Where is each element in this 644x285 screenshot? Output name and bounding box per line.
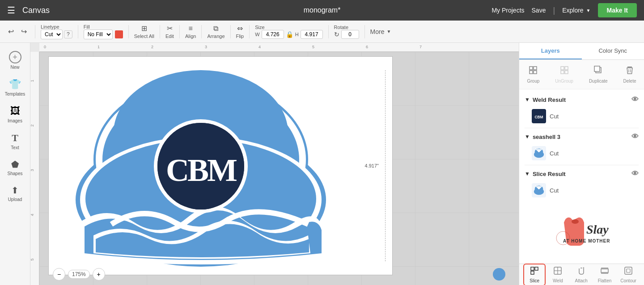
ruler-tick-5: 5 (312, 45, 314, 49)
flatten-tool[interactable]: Flatten (593, 264, 616, 285)
save-link[interactable]: Save (532, 7, 546, 14)
my-projects-link[interactable]: My Projects (491, 7, 524, 14)
ruler-vertical: 1 2 3 4 5 (30, 52, 39, 285)
layer-group-weld-result: ▼ Weld Result 👁 CBM Cut (519, 93, 644, 126)
linetype-select[interactable]: Cut (41, 29, 63, 39)
select-all-button[interactable]: ⊞ Select All (134, 24, 154, 39)
weld-result-name: Weld Result (533, 96, 631, 103)
layer-group-seashell3: ▼ seashell 3 👁 (519, 130, 644, 163)
fill-select[interactable]: No Fill (84, 29, 113, 39)
linetype-help-button[interactable]: ? (64, 30, 72, 38)
duplicate-icon (593, 65, 603, 77)
linetype-label: Linetype (41, 24, 72, 29)
hamburger-menu-icon[interactable]: ☰ (7, 5, 15, 16)
explore-button[interactable]: Explore ▼ (562, 7, 590, 14)
zoom-in-button[interactable]: + (93, 268, 105, 281)
sidebar-item-text[interactable]: T Text (2, 129, 29, 154)
more-chevron-icon: ▼ (387, 29, 391, 34)
sidebar-item-templates-label: Templates (5, 92, 25, 96)
slice-result-chevron-icon: ▼ (525, 171, 530, 177)
seashell3-visibility-icon[interactable]: 👁 (631, 133, 639, 141)
ungroup-icon (559, 65, 569, 77)
flip-label: Flip (236, 34, 244, 39)
svg-rect-28 (565, 71, 568, 74)
contour-tool[interactable]: Contour (617, 264, 640, 285)
make-it-button[interactable]: Make It (598, 3, 637, 17)
zoom-out-button[interactable]: − (53, 268, 65, 281)
height-input[interactable] (301, 30, 323, 39)
app-title: Canvas (22, 6, 50, 15)
sidebar-item-shapes[interactable]: ⬟ Shapes (2, 155, 29, 180)
separator-9 (328, 25, 329, 38)
delete-icon (625, 65, 635, 77)
fill-color-swatch[interactable] (115, 30, 123, 38)
weld-cut-thumbnail: CBM (532, 109, 546, 123)
slice-result-visibility-icon[interactable]: 👁 (631, 170, 639, 178)
seashell3-cut-thumbnail (532, 146, 546, 160)
duplicate-label: Duplicate (589, 79, 608, 84)
rotate-input[interactable] (341, 30, 359, 39)
slice-cut-thumbnail (532, 183, 546, 197)
ruler-tick-1: 1 (97, 45, 100, 49)
arrange-button[interactable]: ⧉ Arrange (207, 25, 225, 39)
weld-tool[interactable]: Weld (547, 264, 569, 285)
tab-color-sync[interactable]: Color Sync (582, 43, 644, 59)
flatten-icon (600, 266, 609, 277)
images-icon: 🖼 (10, 105, 20, 117)
svg-rect-21 (530, 67, 533, 70)
sidebar-item-upload[interactable]: ⬆ Upload (2, 181, 29, 205)
separator-4 (160, 25, 160, 38)
arrange-icon: ⧉ (213, 25, 218, 33)
weld-result-visibility-icon[interactable]: 👁 (631, 96, 639, 104)
svg-rect-64 (625, 267, 632, 274)
undo-button[interactable]: ↩ (5, 25, 17, 38)
vruler-tick-1: 1 (30, 80, 34, 82)
sidebar-item-upload-label: Upload (8, 197, 22, 202)
rotate-group: Rotate ↻ (334, 25, 359, 39)
canvas-area[interactable]: 0 1 2 3 4 5 6 7 1 2 3 4 5 (30, 43, 519, 285)
sidebar-item-new[interactable]: + New (2, 47, 29, 73)
more-button[interactable]: More ▼ (370, 28, 391, 35)
seashell3-chevron-icon: ▼ (525, 134, 530, 140)
measurement-label: 4.917" (365, 163, 379, 168)
svg-rect-61 (601, 269, 608, 272)
attach-label: Attach (575, 278, 588, 283)
redo-button[interactable]: ↪ (18, 25, 30, 38)
tab-layers[interactable]: Layers (519, 43, 582, 59)
canvas-white: CBM CBM 4.917" (48, 56, 393, 275)
seashell3-header[interactable]: ▼ seashell 3 👁 (519, 130, 644, 143)
vruler-tick-3: 3 (30, 169, 34, 171)
edit-button[interactable]: ✂ Edit (165, 24, 174, 39)
svg-text:CBM: CBM (534, 115, 543, 119)
width-input[interactable] (262, 30, 284, 39)
duplicate-tool[interactable]: Duplicate (585, 63, 611, 85)
scroll-right-button[interactable] (493, 268, 505, 281)
svg-rect-26 (565, 67, 568, 70)
group-icon (528, 65, 538, 77)
weld-result-header[interactable]: ▼ Weld Result 👁 (519, 93, 644, 106)
templates-icon: 👕 (9, 79, 21, 90)
attach-tool[interactable]: Attach (570, 264, 593, 285)
sidebar-item-images[interactable]: 🖼 Images (2, 102, 29, 127)
flip-button[interactable]: ⇔ Flip (236, 24, 244, 39)
layer-item-slice-cut[interactable]: Cut (519, 180, 644, 200)
weld-cut-label: Cut (550, 113, 559, 120)
project-name[interactable]: monogram* (304, 6, 341, 14)
layer-group-slice-result: ▼ Slice Result 👁 (519, 167, 644, 200)
layer-item-weld-cut[interactable]: CBM Cut (519, 106, 644, 126)
lock-icon[interactable]: 🔒 (286, 31, 293, 38)
layer-item-seashell3-cut[interactable]: Cut (519, 143, 644, 163)
slice-tool[interactable]: Slice (523, 264, 546, 285)
slice-result-header[interactable]: ▼ Slice Result 👁 (519, 167, 644, 180)
svg-rect-55 (535, 267, 538, 270)
ungroup-tool[interactable]: UnGroup (551, 63, 577, 85)
left-sidebar: + New 👕 Templates 🖼 Images T Text ⬟ Shap… (0, 43, 30, 285)
seashell3-name: seashell 3 (533, 134, 631, 140)
group-tool[interactable]: Group (524, 63, 543, 85)
align-button[interactable]: ≡ Align (185, 25, 196, 39)
upload-icon: ⬆ (11, 185, 19, 196)
delete-tool[interactable]: Delete (620, 63, 640, 85)
sidebar-item-templates[interactable]: 👕 Templates (2, 75, 29, 100)
watermark-svg: Slay AT HOME MOTHER (542, 214, 622, 254)
canvas-content: CBM CBM 4.917" − (39, 52, 519, 285)
